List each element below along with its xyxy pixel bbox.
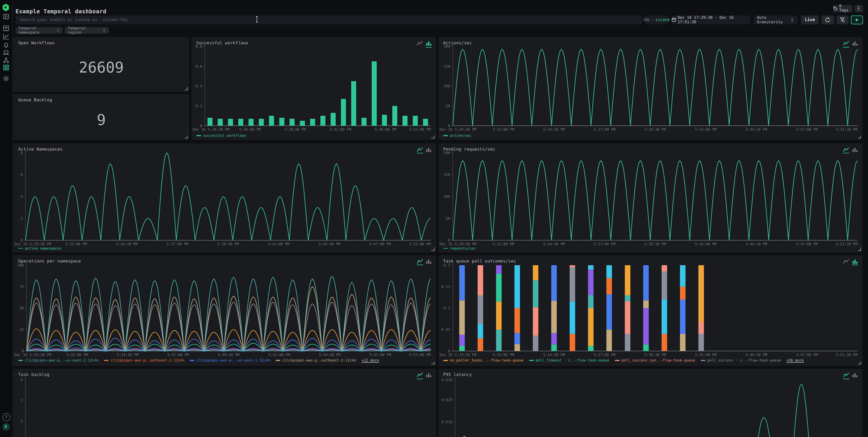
svg-text:5:42:00 PM: 5:42:00 PM [694,127,716,132]
panel-actions-per-sec[interactable]: 200150100500Dec 16 5:29:30 PM5:32:00 PM5… [438,37,862,140]
panel-successful-workflows[interactable]: 0.80.60.40.20Dec 16 5:29:30 PM5:34:00 PM… [191,37,436,140]
bar-chart-icon[interactable] [852,372,858,378]
line-chart-icon[interactable] [843,40,849,48]
svg-text:Dec 16 5:29:30 PM: Dec 16 5:29:30 PM [439,127,476,132]
panel-queue-backlog[interactable]: Queue Backlog 9 [13,94,189,140]
sidebar-item-settings[interactable] [0,75,12,82]
user-avatar[interactable]: D [2,423,10,431]
svg-text:2: 2 [21,419,23,423]
query-language-toggle[interactable]: SQL | Lucene [645,15,669,24]
resize-handle[interactable] [858,248,861,250]
help-button[interactable]: ? [2,413,10,422]
line-chart-icon[interactable] [416,258,423,265]
sidebar-item-alerts[interactable] [0,41,12,48]
refresh-button[interactable] [822,15,834,24]
line-chart-icon[interactable] [416,147,423,154]
granularity-select[interactable]: Auto Granularity [754,15,797,24]
svg-text:5:47:00 PM: 5:47:00 PM [369,352,391,356]
sidebar-item-dashboards[interactable] [0,25,12,31]
resize-handle[interactable] [431,361,434,364]
svg-text:5:47:00 PM: 5:47:00 PM [796,352,817,356]
sidebar-item-collapse[interactable] [0,13,12,20]
bar-chart-icon[interactable] [852,147,858,153]
gear-icon [3,75,9,82]
operations-per-namespace-chart[interactable]: 1007550250Dec 16 5:29:30 PM5:32:00 PM5:3… [13,255,436,366]
svg-text:5:51:30 PM: 5:51:30 PM [835,242,857,246]
bar-chart-icon[interactable] [426,40,432,48]
legend-item[interactable]: clickpipes-aws-p..-us-east-1.12c4n [190,358,270,363]
svg-text:5:51:00 PM: 5:51:00 PM [409,242,431,246]
sidebar-logo[interactable] [0,3,12,12]
bar-chart-icon[interactable] [426,258,432,264]
resize-handle[interactable] [185,135,188,138]
legend-item[interactable]: clickpipes-aws-p..-us-east-2.12c4n [18,358,98,363]
bar-chart-icon[interactable] [852,258,858,265]
panel-pending-requests[interactable]: 20K15K10K5K0Dec 16 5:29:30 PM5:32:00 PM5… [438,143,862,252]
task-queue-poll-outcomes-chart[interactable]: 0.20.150.10.050Dec 16 5:29:30 PM5:32:00 … [438,255,862,366]
legend-more-link[interactable]: +56 more [786,358,804,363]
sidebar-item-services[interactable] [0,57,12,63]
legend-item[interactable]: action/sec [443,133,471,138]
p95-latency-chart[interactable]: 0.0380.0290.019 [438,369,862,437]
run-query-button[interactable] [850,15,863,24]
svg-text:5:32:00 PM: 5:32:00 PM [66,352,88,356]
legend-item[interactable]: clickpipes-aws-p..outheast-2.12c4n [276,358,356,363]
panel-task-queue-poll-outcomes[interactable]: 0.20.150.10.050Dec 16 5:29:30 PM5:32:00 … [438,255,862,366]
resize-handle[interactable] [185,87,188,90]
date-range-picker[interactable]: Dec 16 17:29:30 - Dec 16 17:51:30 [671,15,750,24]
app-root: ? D Example Temporal dashboard 0 Tags SQ… [0,0,868,437]
svg-text:5:51:30 PM: 5:51:30 PM [835,352,857,356]
search-input[interactable] [16,15,642,24]
successful-workflows-chart[interactable]: 0.80.60.40.20Dec 16 5:29:30 PM5:34:00 PM… [191,37,436,140]
legend-item[interactable]: requests/sec [443,246,475,251]
task-backlog-chart[interactable]: 432 [13,369,436,437]
legend-item[interactable]: poll_success_syn..-flow-task-queue [615,358,695,363]
svg-text:5:39:30 PM: 5:39:30 PM [218,352,240,356]
active-namespaces-chart[interactable]: 86420Dec 16 5:29:30 PM5:32:00 PM5:34:30 … [13,143,436,252]
more-menu-button[interactable] [855,5,863,12]
resize-handle[interactable] [431,248,434,250]
line-chart-icon[interactable] [843,372,849,379]
queue-backlog-value: 9 [13,94,189,140]
sidebar-item-chart-explorer[interactable] [0,33,12,40]
legend-item[interactable]: no_poller_tasks ..-flow-task-queue [443,358,523,363]
panel-task-backlog[interactable]: 432 Task backlog [13,369,436,437]
legend-item[interactable]: poll_success · c..-flow-task-queue [701,358,781,363]
filter-temporal-namespace[interactable]: Temporal namespace [16,27,63,34]
line-chart-icon[interactable] [416,372,423,379]
collapse-sidebar-icon [3,13,9,20]
hyperdx-logo-icon [2,3,10,12]
svg-text:5:42:00 PM: 5:42:00 PM [329,127,351,132]
filter-button[interactable] [836,15,848,24]
svg-text:5:42:00 PM: 5:42:00 PM [694,352,716,356]
legend-item[interactable]: successful workflows [196,133,246,138]
svg-text:10K: 10K [443,194,450,198]
pending-requests-chart[interactable]: 20K15K10K5K0Dec 16 5:29:30 PM5:32:00 PM5… [438,143,862,252]
legend-item[interactable]: active namespaces [18,246,62,251]
line-chart-icon[interactable] [843,258,849,264]
panel-operations-per-namespace[interactable]: 1007550250Dec 16 5:29:30 PM5:32:00 PM5:3… [13,255,436,366]
actions-per-sec-chart[interactable]: 200150100500Dec 16 5:29:30 PM5:32:00 PM5… [438,37,862,140]
bar-chart-icon[interactable] [852,40,858,47]
line-chart-icon[interactable] [416,40,423,47]
tags-button[interactable]: 0 Tags [833,5,852,12]
legend-more-link[interactable]: +12 more [362,358,379,363]
bar-chart-icon[interactable] [426,147,432,153]
svg-text:0.6: 0.6 [195,64,202,68]
resize-handle[interactable] [858,361,861,364]
panel-active-namespaces[interactable]: 86420Dec 16 5:29:30 PM5:32:00 PM5:34:30 … [13,143,436,252]
panel-p95-latency[interactable]: 0.0380.0290.019 P95 latency [438,369,862,437]
legend-item[interactable]: poll_timeout · c..-flow-task-queue [529,358,609,363]
sidebar-item-sessions[interactable] [0,49,12,56]
filter-temporal-region[interactable]: Temporal region [65,27,109,34]
bar-chart-icon[interactable] [426,372,432,378]
live-button[interactable]: Live [801,15,819,24]
panel-open-workflows[interactable]: Open Workflows 26609 [13,37,189,92]
resize-handle[interactable] [431,135,434,138]
svg-text:0.019: 0.019 [441,420,452,424]
sidebar-item-apps-active[interactable] [0,64,12,71]
svg-text:5:51:00 PM: 5:51:00 PM [409,127,430,132]
resize-handle[interactable] [858,135,861,138]
legend-item[interactable]: clickpipes-aws-p..outheast-2.12c4n [104,358,184,363]
line-chart-icon[interactable] [843,147,849,154]
